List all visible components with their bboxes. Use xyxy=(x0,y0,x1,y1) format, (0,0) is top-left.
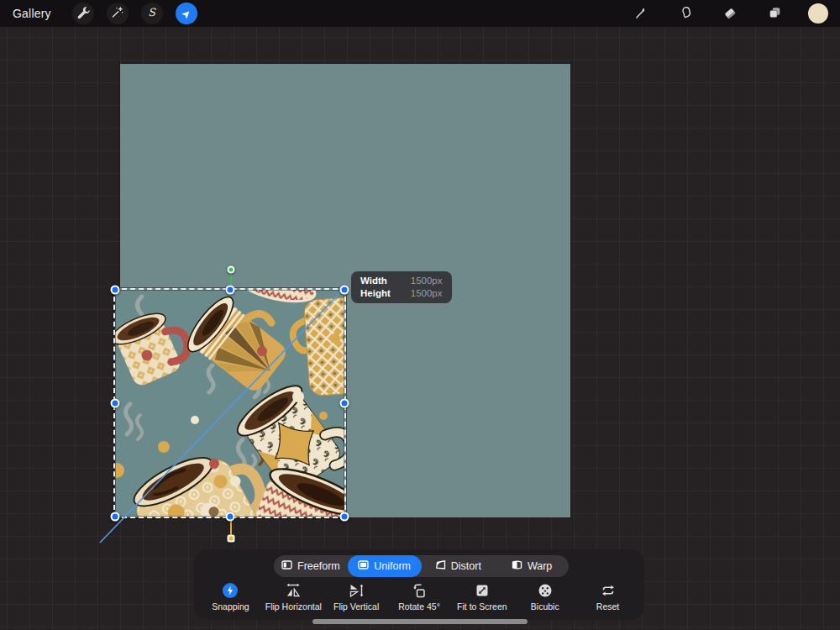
action-label: Flip Vertical xyxy=(333,601,379,612)
actions-button[interactable] xyxy=(72,3,94,24)
snapping-button[interactable]: Snapping xyxy=(199,582,262,612)
adjustments-button[interactable] xyxy=(107,3,129,24)
mode-warp[interactable]: Warp xyxy=(495,555,569,577)
eraser-button[interactable] xyxy=(719,3,741,24)
wrench-icon xyxy=(76,5,90,22)
action-label: Rotate 45° xyxy=(398,601,440,612)
brush-button[interactable] xyxy=(630,3,652,24)
svg-text:S: S xyxy=(148,6,156,18)
procreate-window: Width 1500px Height 1500px Gallery xyxy=(0,0,840,630)
layers-icon xyxy=(767,5,782,23)
bicubic-icon xyxy=(537,582,554,599)
distort-icon xyxy=(435,559,446,573)
color-swatch-button[interactable] xyxy=(808,3,828,24)
warp-icon xyxy=(512,559,522,573)
flip-vertical-button[interactable]: Flip Vertical xyxy=(325,582,388,612)
handle-bottom-center[interactable] xyxy=(225,512,234,522)
gallery-button[interactable]: Gallery xyxy=(13,7,60,20)
mode-label: Freeform xyxy=(297,560,340,572)
selection-tool-button[interactable]: S xyxy=(141,3,163,24)
height-value: 1500px xyxy=(411,287,443,300)
fit-to-screen-button[interactable]: Fit to Screen xyxy=(450,582,513,612)
transform-panel: Freeform Uniform Distort Warp xyxy=(194,549,644,620)
transform-arrow-icon: ➤ xyxy=(179,7,193,21)
size-tooltip: Width 1500px Height 1500px xyxy=(351,271,452,303)
action-label: Fit to Screen xyxy=(457,601,507,612)
handle-top-left[interactable] xyxy=(111,286,120,295)
rotate-45-icon xyxy=(411,582,428,599)
width-label: Width xyxy=(360,275,391,287)
handle-top-center[interactable] xyxy=(225,286,234,295)
action-label: Snapping xyxy=(212,601,249,612)
mode-label: Uniform xyxy=(374,560,411,572)
mode-uniform[interactable]: Uniform xyxy=(348,555,422,577)
uniform-icon xyxy=(358,559,369,573)
selected-layer-artwork[interactable] xyxy=(115,290,344,517)
handle-top-right[interactable] xyxy=(340,286,349,295)
home-indicator[interactable] xyxy=(312,619,528,624)
transform-selection[interactable] xyxy=(115,290,344,517)
toolbar-right xyxy=(630,3,840,24)
action-label: Flip Horizontal xyxy=(265,601,322,612)
pivot-handle[interactable] xyxy=(227,535,234,543)
height-label: Height xyxy=(360,287,391,300)
handle-mid-left[interactable] xyxy=(111,399,120,408)
mode-distort[interactable]: Distort xyxy=(422,555,496,577)
flip-vertical-icon xyxy=(348,582,365,599)
smudge-button[interactable] xyxy=(675,3,696,24)
brush-icon xyxy=(633,5,648,23)
flip-horizontal-button[interactable]: Flip Horizontal xyxy=(262,582,325,612)
transform-tool-button[interactable]: ➤ xyxy=(176,3,197,24)
mode-label: Warp xyxy=(528,560,552,572)
handle-mid-right[interactable] xyxy=(340,399,349,408)
toolbar-left: Gallery S xyxy=(0,3,197,24)
layers-button[interactable] xyxy=(764,3,785,24)
selection-s-icon: S xyxy=(144,5,159,22)
mode-freeform[interactable]: Freeform xyxy=(274,555,348,577)
smudge-finger-icon xyxy=(678,5,693,23)
reset-icon xyxy=(600,582,617,599)
rotation-handle[interactable] xyxy=(227,266,234,274)
freeform-icon xyxy=(281,559,292,573)
top-toolbar: Gallery S xyxy=(0,0,840,27)
flip-horizontal-icon xyxy=(285,582,302,599)
mode-label: Distort xyxy=(451,560,481,572)
magic-wand-icon xyxy=(110,5,124,22)
action-label: Bicubic xyxy=(531,601,559,612)
handle-bottom-right[interactable] xyxy=(340,512,349,522)
handle-bottom-left[interactable] xyxy=(111,512,120,522)
action-label: Reset xyxy=(596,601,619,612)
transform-actions-row: Snapping Flip Horizontal Flip Vertical R… xyxy=(194,582,644,612)
transform-mode-segmented-control: Freeform Uniform Distort Warp xyxy=(274,555,569,577)
rotate-45-button[interactable]: Rotate 45° xyxy=(388,582,451,612)
fit-to-screen-icon xyxy=(474,582,491,599)
snapping-bolt-icon xyxy=(222,582,239,599)
reset-button[interactable]: Reset xyxy=(576,582,639,612)
interpolation-button[interactable]: Bicubic xyxy=(513,582,576,612)
width-value: 1500px xyxy=(411,275,443,287)
eraser-icon xyxy=(722,5,738,23)
